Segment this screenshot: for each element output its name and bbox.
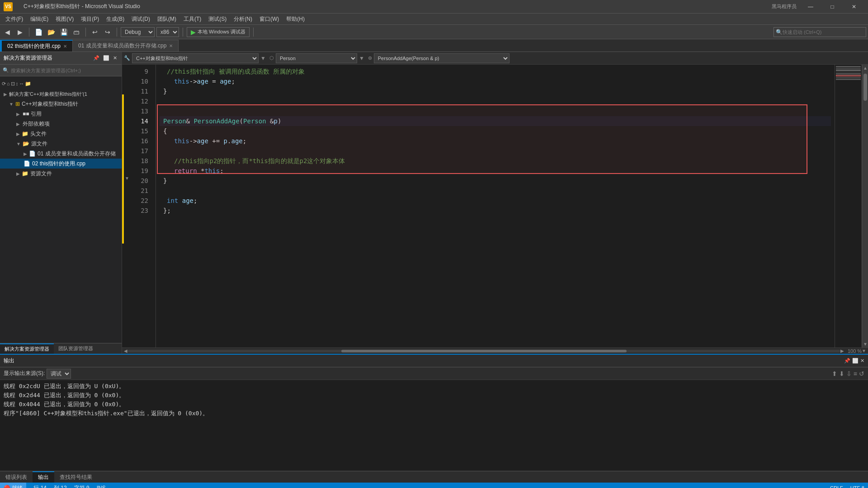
code-line-18: //this指向p2的指针，而*this指向的就是p2这个对象本体 [160, 156, 831, 166]
tab-this-pointer[interactable]: 02 this指针的使用.cpp ✕ [2, 40, 73, 52]
app-logo: VS [4, 2, 16, 11]
scope-dropdown[interactable]: C++对象模型和this指针 [132, 53, 259, 63]
tree-file-02[interactable]: 📄 02 this指针的使用.cpp [0, 159, 122, 169]
tree-view: ⟳ ⌂ ⊡ ↕ ↔ 📁 ▶ 解决方案'C++对象模型和this指针'(1 ▼ ⊞… [0, 76, 122, 343]
redo-button[interactable]: ↪ [102, 27, 113, 38]
f02-icon: 📄 [24, 160, 30, 167]
tab-solution-explorer[interactable]: 解决方案资源管理器 [0, 343, 54, 354]
menu-view[interactable]: 视图(V) [52, 14, 77, 24]
code-content[interactable]: //this指针指向 被调用的成员函数 所属的对象 this->age = ag… [156, 65, 835, 347]
scroll-left-arrow[interactable]: ◀ [124, 348, 127, 353]
menu-file[interactable]: 文件(F) [2, 14, 27, 24]
tree-collapse-icon[interactable]: ↔ [19, 81, 24, 86]
minimize-button[interactable]: — [800, 0, 821, 14]
tree-filter-icon[interactable]: ⊡ [11, 81, 15, 87]
tree-show-files-icon[interactable]: 📁 [25, 81, 31, 87]
status-ready: 🔴 就绪 [0, 483, 26, 488]
code-line-17 [160, 146, 831, 156]
quick-search-input[interactable] [783, 29, 864, 35]
platform-dropdown[interactable]: x86 x64 [156, 27, 179, 37]
solution-search-input[interactable] [11, 68, 119, 73]
run-button[interactable]: ▶ 本地 Windows 调试器 [187, 27, 250, 37]
tree-headers[interactable]: ▶ 📁 头文件 [0, 129, 122, 139]
scroll-up-arrow[interactable]: ▲ [863, 66, 868, 70]
tab-team-explorer[interactable]: 团队资源管理器 [54, 343, 98, 354]
config-dropdown[interactable]: Debug Release [121, 27, 155, 37]
code-line-20: } [160, 176, 831, 186]
window-controls: — □ ✕ [800, 0, 864, 14]
solution-explorer-header: 解决方案资源管理器 📌 ⬜ ✕ [0, 52, 122, 65]
f01-arrow: ▶ [24, 151, 27, 156]
scrollbar-thumb[interactable] [863, 74, 867, 101]
scroll-down-arrow[interactable]: ▼ [863, 342, 868, 347]
h-scroll-thumb[interactable] [341, 350, 627, 352]
new-file-button[interactable]: 📄 [33, 27, 44, 38]
menu-project[interactable]: 项目(P) [77, 14, 103, 24]
class-dropdown[interactable]: Person [276, 53, 357, 63]
output-content[interactable]: 线程 0x2cdU 已退出，返回值为 U (0xU)。 线程 0x2d44 已退… [0, 380, 868, 466]
tree-resources[interactable]: ▶ 📁 资源文件 [0, 169, 122, 178]
status-ins: INS [97, 485, 106, 488]
output-btn-3[interactable]: ⇩ [846, 370, 852, 377]
tab-this-pointer-close[interactable]: ✕ [63, 44, 67, 49]
tree-sources[interactable]: ▼ 📂 源文件 [0, 139, 122, 149]
back-button[interactable]: ◀ [2, 27, 13, 38]
vertical-scrollbar[interactable]: ▲ ▼ [862, 65, 868, 347]
tree-external-deps[interactable]: ▶ 外部依赖项 [0, 119, 122, 129]
output-pin-icon[interactable]: 📌 [844, 358, 850, 364]
output-source-select[interactable]: 调试 生成 [47, 369, 71, 379]
menu-tools[interactable]: 工具(T) [180, 14, 205, 24]
nav-scope-icon: 🔧 [124, 55, 130, 61]
h-scroll-track[interactable] [127, 350, 840, 352]
tree-expand-icon[interactable]: ↕ [16, 81, 19, 86]
panel-close-icon[interactable]: ✕ [112, 54, 118, 62]
open-file-button[interactable]: 📂 [46, 27, 57, 38]
tab-output[interactable]: 输出 [33, 471, 54, 483]
save-button[interactable]: 💾 [58, 27, 69, 38]
output-close-icon[interactable]: ✕ [860, 358, 864, 364]
menu-test[interactable]: 测试(S) [205, 14, 230, 24]
method-dropdown[interactable]: PersonAddAge(Person & p) [374, 53, 509, 63]
tree-file-01[interactable]: ▶ 📄 01 成员变量和成员函数分开存储 [0, 149, 122, 159]
close-button[interactable]: ✕ [844, 0, 864, 14]
tab-member-vars[interactable]: 01 成员变量和成员函数分开存储.cpp ✕ [73, 40, 179, 52]
output-expand-icon[interactable]: ⬜ [852, 358, 859, 364]
undo-button[interactable]: ↩ [90, 27, 100, 38]
scroll-right-arrow[interactable]: ▶ [840, 348, 844, 353]
output-btn-1[interactable]: ⬆ [832, 370, 837, 377]
menu-window[interactable]: 窗口(W) [256, 14, 283, 24]
menu-edit[interactable]: 编辑(E) [27, 14, 52, 24]
menu-team[interactable]: 团队(M) [154, 14, 180, 24]
tree-references[interactable]: ▶ ■■ 引用 [0, 109, 122, 119]
menu-build[interactable]: 生成(B) [103, 14, 128, 24]
tree-solution[interactable]: ▶ 解决方案'C++对象模型和this指针'(1 [0, 89, 122, 99]
tab-member-vars-close[interactable]: ✕ [169, 43, 173, 48]
zoom-dropdown-arrow[interactable]: ▼ [862, 348, 866, 353]
panel-expand-icon[interactable]: ⬜ [102, 54, 110, 62]
tab-error-list[interactable]: 错误列表 [0, 472, 33, 483]
vs-icon: VS [4, 2, 13, 11]
main-layout: 解决方案资源管理器 📌 ⬜ ✕ 🔍 ⟳ ⌂ ⊡ ↕ ↔ 📁 ▶ 解 [0, 52, 868, 354]
solution-search-icon: 🔍 [3, 67, 9, 73]
tab-find-symbol[interactable]: 查找符号结果 [54, 472, 98, 483]
menu-debug[interactable]: 调试(D) [128, 14, 154, 24]
tree-sync-icon[interactable]: ⟳ [2, 81, 6, 87]
pin-icon[interactable]: 📌 [92, 54, 100, 62]
maximize-button[interactable]: □ [822, 0, 843, 14]
output-btn-2[interactable]: ⬇ [839, 370, 844, 377]
output-btn-5[interactable]: ↺ [859, 370, 864, 377]
menu-analyze[interactable]: 分析(N) [230, 14, 256, 24]
tree-project[interactable]: ▼ ⊞ C++对象模型和this指针 [0, 99, 122, 109]
status-row: 行 14 [33, 484, 47, 488]
collapse-arrow-line14[interactable]: ▼ [125, 176, 129, 181]
menu-help[interactable]: 帮助(H) [283, 14, 308, 24]
f01-icon: 📄 [29, 150, 36, 157]
solution-panel-tabs: 解决方案资源管理器 团队资源管理器 [0, 343, 122, 354]
line-num-22: 22 [135, 196, 152, 206]
output-btn-4[interactable]: ≡ [854, 370, 857, 377]
tree-home-icon[interactable]: ⌂ [7, 81, 10, 86]
hdr-icon: 📁 [22, 131, 28, 137]
save-all-button[interactable]: 🗃 [71, 27, 82, 38]
horizontal-scrollbar[interactable]: ◀ ▶ 100 % ▼ [122, 347, 868, 354]
forward-button[interactable]: ▶ [14, 27, 25, 38]
